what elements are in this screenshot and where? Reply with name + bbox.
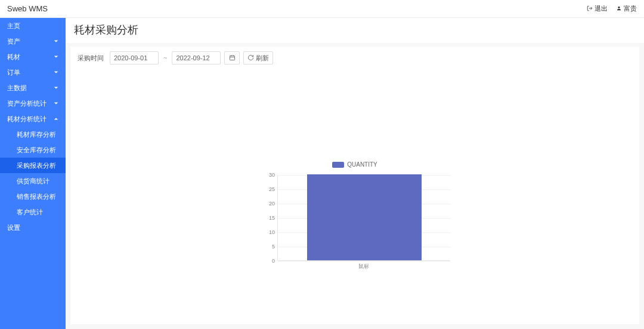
sidebar-item[interactable]: 耗材分析统计 xyxy=(0,111,66,127)
chevron-up-icon xyxy=(54,116,58,121)
y-tick-label: 20 xyxy=(259,201,275,207)
y-tick-label: 5 xyxy=(259,244,275,250)
refresh-button[interactable]: 刷新 xyxy=(243,51,273,64)
sidebar-item-label: 主页 xyxy=(7,21,20,30)
chevron-down-icon xyxy=(54,70,58,75)
sidebar-subitem-label: 客户统计 xyxy=(17,208,43,217)
sidebar-item[interactable]: 耗材 xyxy=(0,49,66,64)
refresh-icon xyxy=(247,54,254,62)
page-title: 耗材采购分析 xyxy=(66,18,644,43)
y-tick-label: 10 xyxy=(259,229,275,235)
filter-bar: 采购时间 ~ 刷新 xyxy=(78,51,632,64)
filter-label: 采购时间 xyxy=(78,54,104,63)
legend-label: QUANTITY xyxy=(347,161,377,168)
y-tick-label: 0 xyxy=(259,258,275,264)
y-tick-label: 15 xyxy=(259,215,275,221)
sidebar-item[interactable]: 主数据 xyxy=(0,80,66,96)
sidebar-item-label: 资产 xyxy=(7,37,20,46)
sidebar-item-label: 耗材分析统计 xyxy=(7,115,47,124)
chevron-down-icon xyxy=(54,54,58,59)
logout-link[interactable]: 退出 xyxy=(587,4,608,13)
chart: QUANTITY 051015202530鼠标 xyxy=(78,64,632,319)
sidebar-subitem[interactable]: 采购报表分析 xyxy=(0,158,66,173)
gridline xyxy=(278,261,450,262)
main-region: 耗材采购分析 采购时间 ~ 刷新 xyxy=(66,18,644,329)
date-separator: ~ xyxy=(162,54,168,62)
user-icon xyxy=(616,5,622,13)
chevron-down-icon xyxy=(54,101,58,106)
sidebar-subitem[interactable]: 供货商统计 xyxy=(0,173,66,189)
sidebar-subitem-label: 安全库存分析 xyxy=(17,146,56,155)
sidebar-item[interactable]: 资产分析统计 xyxy=(0,96,66,111)
start-date-input[interactable] xyxy=(110,51,159,64)
sidebar-subitem-label: 采购报表分析 xyxy=(17,161,56,170)
calendar-button[interactable] xyxy=(224,51,240,64)
sidebar-subitem-label: 供货商统计 xyxy=(17,177,49,186)
chart-bar xyxy=(307,174,421,260)
y-tick-label: 30 xyxy=(259,172,275,178)
top-actions: 退出 富贵 xyxy=(587,4,637,13)
sidebar-subitem[interactable]: 安全库存分析 xyxy=(0,142,66,158)
chevron-down-icon xyxy=(54,85,58,90)
logout-icon xyxy=(587,5,593,13)
sidebar-item-label: 主数据 xyxy=(7,84,27,93)
sidebar-subitem[interactable]: 销售报表分析 xyxy=(0,189,66,204)
end-date-input[interactable] xyxy=(172,51,221,64)
logout-label: 退出 xyxy=(595,4,608,13)
sidebar-item[interactable]: 资产 xyxy=(0,33,66,49)
sidebar: 主页资产耗材订单主数据资产分析统计耗材分析统计耗材库存分析安全库存分析采购报表分… xyxy=(0,18,66,329)
x-tick-label: 鼠标 xyxy=(358,263,369,270)
sidebar-subitem[interactable]: 客户统计 xyxy=(0,204,66,220)
sidebar-item[interactable]: 设置 xyxy=(0,220,66,235)
svg-rect-0 xyxy=(230,56,234,60)
calendar-icon xyxy=(229,54,236,62)
y-tick-label: 25 xyxy=(259,186,275,192)
sidebar-item-label: 设置 xyxy=(7,223,20,232)
sidebar-subitem[interactable]: 耗材库存分析 xyxy=(0,127,66,142)
refresh-label: 刷新 xyxy=(256,54,269,63)
topbar: Sweb WMS 退出 富贵 xyxy=(0,0,644,18)
user-link[interactable]: 富贵 xyxy=(616,4,637,13)
sidebar-subitem-label: 耗材库存分析 xyxy=(17,130,56,139)
chart-plot: 051015202530鼠标 xyxy=(259,175,450,270)
chart-legend: QUANTITY xyxy=(332,161,377,168)
sidebar-item-label: 订单 xyxy=(7,68,20,77)
sidebar-item-label: 耗材 xyxy=(7,53,20,62)
sidebar-item[interactable]: 订单 xyxy=(0,64,66,80)
sidebar-item-label: 资产分析统计 xyxy=(7,99,47,108)
content-panel: 采购时间 ~ 刷新 QUA xyxy=(70,47,639,324)
sidebar-item[interactable]: 主页 xyxy=(0,18,66,33)
legend-swatch-quantity xyxy=(332,162,344,168)
brand: Sweb WMS xyxy=(7,4,48,13)
chart-plot-area xyxy=(277,175,450,261)
sidebar-subitem-label: 销售报表分析 xyxy=(17,192,56,201)
user-label: 富贵 xyxy=(624,4,637,13)
chevron-down-icon xyxy=(54,39,58,44)
